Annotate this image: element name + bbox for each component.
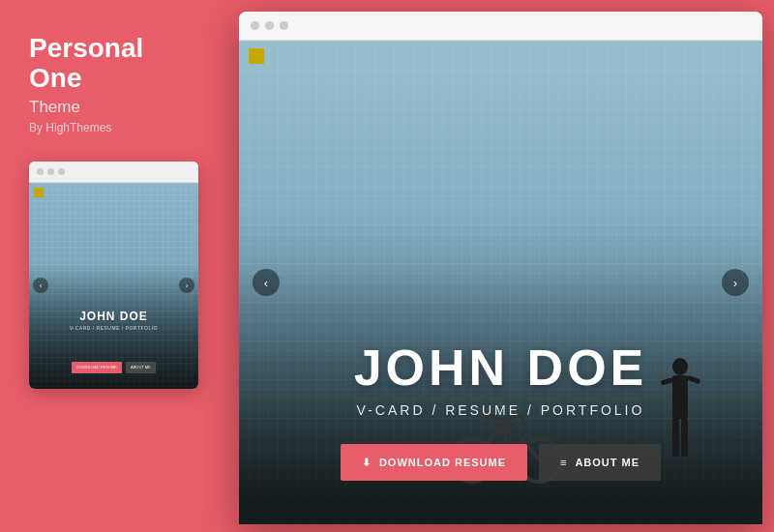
download-icon: ⬇ xyxy=(362,457,372,469)
large-dot-3 xyxy=(280,21,288,30)
large-mockup: JOHN DOE V-CARD / RESUME / PORTFOLIO ‹ ›… xyxy=(239,12,762,524)
large-mockup-content: JOHN DOE V-CARD / RESUME / PORTFOLIO ‹ ›… xyxy=(239,41,762,524)
large-dot-2 xyxy=(265,21,274,30)
large-favicon-icon xyxy=(249,48,264,64)
theme-author: By HighThemes xyxy=(29,121,198,134)
small-cta-buttons: DOWNLOAD RESUME ABOUT ME xyxy=(29,362,198,373)
large-next-arrow[interactable]: › xyxy=(722,269,749,296)
small-next-arrow[interactable]: › xyxy=(179,278,194,293)
small-hero-sub: V-CARD / RESUME / PORTFOLIO xyxy=(29,325,198,331)
small-hero-text: JOHN DOE V-CARD / RESUME / PORTFOLIO xyxy=(29,310,198,331)
large-about-button[interactable]: ≡ ABOUT ME xyxy=(539,444,661,481)
small-hero-bg: JOHN DOE V-CARD / RESUME / PORTFOLIO ‹ ›… xyxy=(29,183,198,389)
left-panel: Personal One Theme By HighThemes JOHN DO… xyxy=(0,0,227,532)
download-label: DOWNLOAD RESUME xyxy=(379,457,506,468)
theme-title: Personal One xyxy=(29,34,198,94)
large-hero-name: JOHN DOE xyxy=(239,342,762,393)
small-prev-arrow[interactable]: ‹ xyxy=(33,278,48,293)
about-label: ABOUT ME xyxy=(575,457,640,468)
large-hero-text: JOHN DOE V-CARD / RESUME / PORTFOLIO xyxy=(239,342,762,418)
large-titlebar xyxy=(239,12,762,41)
small-mockup: JOHN DOE V-CARD / RESUME / PORTFOLIO ‹ ›… xyxy=(29,162,198,389)
large-cta-buttons: ⬇ DOWNLOAD RESUME ≡ ABOUT ME xyxy=(239,444,762,481)
small-dot-2 xyxy=(47,168,54,175)
large-hero-sub: V-CARD / RESUME / PORTFOLIO xyxy=(239,402,762,418)
small-about-button[interactable]: ABOUT ME xyxy=(126,362,156,373)
small-titlebar xyxy=(29,162,198,183)
large-dot-1 xyxy=(251,21,259,30)
small-dot-1 xyxy=(37,168,44,175)
small-favicon-icon xyxy=(34,188,44,197)
small-download-button[interactable]: DOWNLOAD RESUME xyxy=(72,362,122,373)
large-prev-arrow[interactable]: ‹ xyxy=(253,269,280,296)
large-download-button[interactable]: ⬇ DOWNLOAD RESUME xyxy=(341,444,527,481)
large-hero-bg: JOHN DOE V-CARD / RESUME / PORTFOLIO ‹ ›… xyxy=(239,41,762,524)
small-hero-name: JOHN DOE xyxy=(29,310,198,323)
right-panel: JOHN DOE V-CARD / RESUME / PORTFOLIO ‹ ›… xyxy=(227,0,774,532)
small-dot-3 xyxy=(58,168,65,175)
theme-subtitle: Theme xyxy=(29,98,198,117)
about-icon: ≡ xyxy=(560,457,567,468)
small-mockup-content: JOHN DOE V-CARD / RESUME / PORTFOLIO ‹ ›… xyxy=(29,183,198,389)
